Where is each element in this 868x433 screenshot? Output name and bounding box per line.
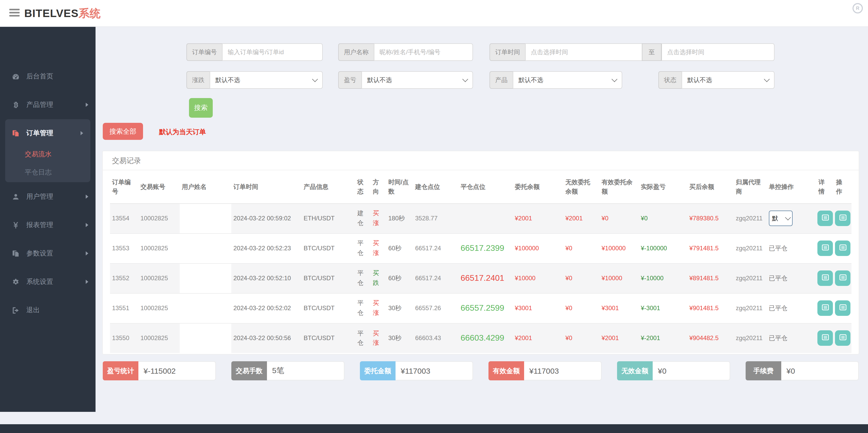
col-detail: 详情	[816, 170, 834, 203]
chevron-right-icon	[86, 280, 88, 284]
summary-label: 盈亏统计	[103, 361, 138, 380]
col-order-id: 订单编号	[110, 170, 138, 203]
cell-product: BTC/USDT	[302, 323, 355, 353]
filter-user-name: 用户名称	[338, 43, 473, 61]
sidebar-item-logout[interactable]: 退出	[0, 303, 95, 318]
profit-loss-select[interactable]: 默认不选	[362, 71, 473, 89]
sidebar-item-close-log[interactable]: 平仓日志	[5, 166, 90, 178]
sidebar-item-label: 产品管理	[26, 100, 53, 109]
cell-direction: 买涨	[371, 233, 386, 263]
cell-user-name	[180, 203, 231, 233]
list-icon	[839, 334, 846, 343]
cell-invalid-entrust: ¥0	[563, 263, 599, 293]
detail-button[interactable]	[817, 331, 833, 346]
col-account: 交易账号	[138, 170, 180, 203]
cell-account: 10002825	[138, 203, 180, 233]
cell-operate	[834, 233, 851, 263]
sidebar-item-system[interactable]: 系统设置	[0, 274, 95, 289]
hamburger-menu-icon[interactable]	[9, 9, 20, 17]
rise-fall-select[interactable]: 默认不选	[210, 71, 323, 89]
cell-product: BTC/USDT	[302, 233, 355, 263]
cell-profit: ¥-2001	[639, 323, 687, 353]
operate-button[interactable]	[835, 331, 850, 346]
cell-balance: ¥904482.5	[687, 323, 734, 353]
summary-value: ¥117003	[396, 361, 473, 380]
trade-records-card: 交易记录 订单编号交易账号用户姓名订单时间产品信息状态方向时间/点数建仓点位平仓…	[102, 151, 859, 355]
cell-profit: ¥-3001	[639, 293, 687, 323]
cell-profit: ¥0	[639, 203, 687, 233]
detail-button[interactable]	[817, 270, 833, 286]
summary-label: 交易手数	[231, 361, 267, 380]
sidebar-item-products[interactable]: 产品管理	[0, 98, 95, 112]
cell-user-name	[180, 263, 231, 293]
cell-detail	[816, 263, 834, 293]
summary-label: 无效金额	[617, 361, 653, 380]
cell-order-id: 13551	[110, 293, 138, 323]
sidebar-item-users[interactable]: 用户管理	[0, 190, 95, 204]
cell-operate	[834, 203, 851, 233]
filter-order-time-label: 订单时间	[490, 43, 525, 61]
cell-agent: zgq20211	[734, 323, 767, 353]
cell-agent: zgq20211	[734, 263, 767, 293]
cell-invalid-entrust: ¥0	[563, 323, 599, 353]
cell-account: 10002825	[138, 293, 180, 323]
cell-valid-entrust: ¥10000	[599, 263, 639, 293]
single-control-select[interactable]: 默	[769, 210, 793, 226]
cell-valid-entrust: ¥3001	[599, 293, 639, 323]
summary-label: 委托金额	[360, 361, 396, 380]
cell-direction: 买跌	[371, 263, 386, 293]
list-icon	[821, 214, 829, 223]
sidebar-item-label: 后台首页	[26, 72, 53, 81]
operate-button[interactable]	[835, 270, 850, 286]
cell-user-name	[180, 233, 231, 263]
cell-account: 10002825	[138, 263, 180, 293]
cell-operate	[834, 293, 851, 323]
summary-entrust-amount: 委托金额¥117003	[360, 361, 473, 380]
filter-product-label: 产品	[490, 71, 513, 89]
chevron-right-icon	[86, 195, 88, 199]
table-header-row: 订单编号交易账号用户姓名订单时间产品信息状态方向时间/点数建仓点位平仓点位委托余…	[110, 170, 851, 203]
sidebar-item-label: 参数设置	[26, 249, 53, 258]
cell-open-point: 3528.77	[413, 203, 459, 233]
cell-period: 30秒	[386, 293, 413, 323]
operate-button[interactable]	[835, 240, 850, 256]
list-icon	[839, 214, 846, 223]
sidebar-item-reports[interactable]: 报表管理	[0, 218, 95, 232]
cell-detail	[816, 323, 834, 353]
cell-state: 平仓	[355, 323, 371, 353]
list-icon	[839, 273, 846, 283]
search-button[interactable]: 搜索	[189, 98, 213, 118]
detail-button[interactable]	[817, 240, 833, 256]
time-end-input[interactable]	[661, 43, 775, 61]
order-no-input[interactable]	[222, 43, 323, 61]
product-select[interactable]: 默认不选	[513, 71, 622, 89]
search-all-button[interactable]: 搜索全部	[103, 123, 143, 140]
time-start-input[interactable]	[525, 43, 642, 61]
cell-state: 平仓	[355, 233, 371, 263]
sidebar-item-params[interactable]: 参数设置	[0, 246, 95, 261]
sidebar-item-orders[interactable]: 订单管理	[5, 126, 90, 140]
user-name-input[interactable]	[374, 43, 473, 61]
filter-status-label: 状态	[658, 71, 682, 89]
brand-logo: BITELVES系统	[24, 0, 101, 26]
cell-product: BTC/USDT	[302, 263, 355, 293]
copy-icon	[11, 249, 20, 258]
detail-button[interactable]	[817, 300, 833, 316]
cell-state: 建仓	[355, 203, 371, 233]
gear-icon	[11, 278, 20, 286]
sidebar-item-trade-flow[interactable]: 交易流水	[5, 148, 90, 161]
operate-button[interactable]	[835, 210, 850, 226]
operate-button[interactable]	[835, 300, 850, 316]
col-profit: 实际盈亏	[639, 170, 687, 203]
horizontal-scrollbar[interactable]	[0, 424, 868, 433]
summary-profit-stat: 盈亏统计¥-115002	[103, 361, 216, 380]
summary-bar: 盈亏统计¥-115002交易手数5笔委托金额¥117003有效金额¥117003…	[103, 361, 859, 380]
summary-value: ¥117003	[524, 361, 601, 380]
filter-rise-fall-label: 涨跌	[186, 71, 210, 89]
col-state: 状态	[355, 170, 371, 203]
cell-valid-entrust: ¥100000	[599, 233, 639, 263]
summary-trade-count: 交易手数5笔	[231, 361, 344, 380]
detail-button[interactable]	[817, 210, 833, 226]
status-select[interactable]: 默认不选	[682, 71, 775, 89]
sidebar-item-home[interactable]: 后台首页	[0, 69, 95, 84]
